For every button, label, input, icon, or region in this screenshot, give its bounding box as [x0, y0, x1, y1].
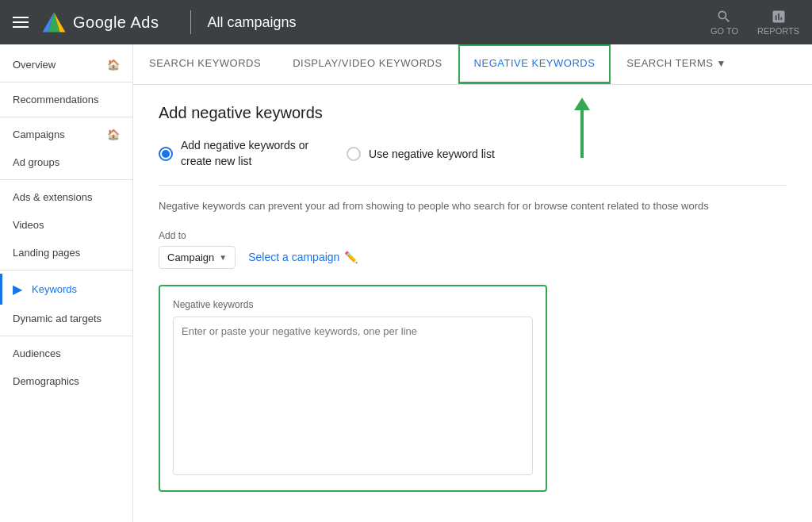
sidebar-label: Dynamic ad targets [13, 313, 102, 324]
search-icon [716, 9, 732, 25]
home-icon: 🏠 [107, 59, 120, 71]
campaign-select-label: Campaign [167, 251, 214, 263]
goto-label: GO TO [710, 26, 738, 36]
logo-area: Google Ads [41, 11, 159, 33]
tab-search-keywords[interactable]: SEARCH KEYWORDS [133, 44, 277, 84]
green-arrow-annotation [574, 98, 590, 158]
sidebar-item-overview[interactable]: Overview 🏠 [0, 51, 132, 79]
dropdown-arrow-icon: ▼ [219, 253, 227, 262]
sidebar-label: Audiences [13, 347, 61, 359]
radio-option-use-list[interactable]: Use negative keyword list [347, 138, 495, 169]
sidebar-label: Videos [13, 219, 44, 231]
reports-button[interactable]: REPORTS [757, 9, 799, 36]
brand-name: Google Ads [73, 13, 159, 32]
sidebar-divider-3 [0, 179, 132, 180]
header-actions: GO TO REPORTS [710, 9, 799, 36]
campaign-select-dropdown[interactable]: Campaign ▼ [159, 246, 236, 269]
reports-icon [771, 9, 787, 25]
main-content: SEARCH KEYWORDS DISPLAY/VIDEO KEYWORDS N… [133, 44, 812, 522]
sidebar-item-ads-extensions[interactable]: Ads & extensions [0, 183, 132, 211]
sidebar-label: Landing pages [13, 247, 80, 259]
campaign-row: Campaign ▼ Select a campaign ✏️ [159, 246, 787, 269]
top-header: Google Ads All campaigns GO TO REPORTS [0, 0, 812, 44]
sidebar-item-dynamic-ad-targets[interactable]: Dynamic ad targets [0, 305, 132, 332]
active-indicator: ▶ [13, 282, 22, 297]
sidebar-label: Demographics [13, 375, 79, 387]
radio-option-create-new[interactable]: Add negative keywords or create new list [159, 138, 308, 169]
sidebar-item-audiences[interactable]: Audiences [0, 340, 132, 367]
sidebar-item-demographics[interactable]: Demographics [0, 367, 132, 395]
add-to-label: Add to [159, 230, 787, 241]
sidebar-label: Ad groups [13, 156, 59, 168]
reports-label: REPORTS [757, 26, 799, 36]
sidebar-label: Campaigns [13, 129, 65, 140]
sidebar-label: Overview [13, 59, 56, 71]
tab-display-video-keywords[interactable]: DISPLAY/VIDEO KEYWORDS [277, 44, 458, 84]
sidebar-item-ad-groups[interactable]: Ad groups [0, 148, 132, 176]
radio-unchecked-indicator [347, 147, 361, 161]
content-area: Add negative keywords Add negative keywo… [133, 85, 812, 511]
tab-bar: SEARCH KEYWORDS DISPLAY/VIDEO KEYWORDS N… [133, 44, 812, 85]
home-icon-campaigns: 🏠 [107, 129, 120, 140]
radio-group: Add negative keywords or create new list… [159, 138, 787, 169]
negative-keywords-textarea[interactable] [173, 317, 533, 475]
edit-pencil-icon: ✏️ [344, 251, 358, 263]
negative-keywords-container: Negative keywords [159, 285, 547, 492]
arrow-head [574, 98, 590, 110]
dropdown-arrow-icon: ▼ [716, 58, 726, 69]
hamburger-menu[interactable] [13, 17, 29, 28]
sidebar-label: Recommendations [13, 94, 98, 106]
sidebar-divider-1 [0, 82, 132, 83]
tab-search-terms[interactable]: SEARCH TERMS ▼ [611, 44, 741, 84]
radio-label-line1: Add negative keywords or [181, 138, 308, 154]
radio-label-line2: create new list [181, 154, 308, 170]
sidebar-label: Ads & extensions [13, 191, 92, 203]
goto-button[interactable]: GO TO [710, 9, 738, 36]
sidebar-item-campaigns[interactable]: Campaigns 🏠 [0, 121, 132, 148]
negative-keywords-label: Negative keywords [173, 299, 533, 310]
main-layout: Overview 🏠 Recommendations Campaigns 🏠 A… [0, 44, 812, 522]
arrow-shaft [580, 110, 584, 158]
sidebar-divider-2 [0, 117, 132, 117]
google-ads-logo [41, 11, 67, 33]
section-divider [159, 185, 787, 186]
page-title: Add negative keywords [159, 104, 787, 122]
sidebar-item-keywords[interactable]: ▶ Keywords [0, 274, 132, 305]
radio-checked-indicator [159, 147, 173, 161]
sidebar-item-videos[interactable]: Videos [0, 211, 132, 239]
sidebar-item-recommendations[interactable]: Recommendations [0, 86, 132, 113]
radio-label-use-list: Use negative keyword list [369, 148, 495, 160]
tab-negative-keywords[interactable]: NEGATIVE KEYWORDS [458, 44, 611, 84]
sidebar-divider-4 [0, 270, 132, 271]
description-text: Negative keywords can prevent your ad fr… [159, 198, 787, 214]
header-title: All campaigns [207, 14, 296, 31]
sidebar-divider-5 [0, 336, 132, 336]
sidebar-item-landing-pages[interactable]: Landing pages [0, 239, 132, 267]
sidebar: Overview 🏠 Recommendations Campaigns 🏠 A… [0, 44, 133, 522]
select-campaign-link[interactable]: Select a campaign ✏️ [248, 251, 358, 263]
header-divider [190, 10, 191, 34]
sidebar-label: Keywords [32, 283, 77, 295]
